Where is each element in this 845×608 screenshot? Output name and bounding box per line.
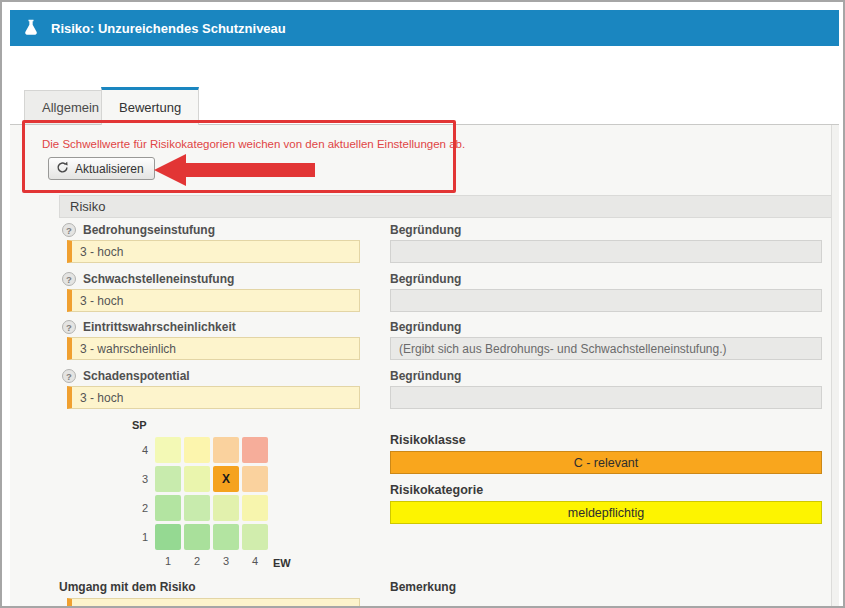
- field-label-text: Schwachstelleneinstufung: [83, 272, 234, 286]
- field-label-text: Eintrittswahrscheinlichkeit: [83, 320, 236, 334]
- matrix-col-label: 1: [155, 555, 181, 567]
- field-value: 3 - hoch: [80, 391, 123, 405]
- risk-category-label: Risikokategorie: [390, 483, 483, 497]
- vertical-scrollbar[interactable]: [831, 125, 839, 608]
- help-icon[interactable]: ?: [62, 272, 76, 286]
- matrix-cell-sp1-ew1[interactable]: [155, 524, 181, 550]
- matrix-col-label: 3: [213, 555, 239, 567]
- risk-class-value: C - relevant: [574, 456, 639, 470]
- risk-matrix-grid: X: [155, 437, 268, 550]
- reason-label: Begründung: [390, 272, 461, 286]
- bedrohungseinstufung-field[interactable]: 3 - hoch: [67, 240, 360, 263]
- treatment-select[interactable]: [67, 598, 360, 608]
- risk-category-bar: meldepflichtig: [390, 501, 822, 524]
- eintrittswahrscheinlichkeit-reason-field[interactable]: (Ergibt sich aus Bedrohungs- und Schwach…: [390, 337, 822, 360]
- section-title: Risiko: [70, 199, 105, 214]
- treatment-note-label: Bemerkung: [390, 580, 456, 594]
- window-title: Risiko: Unzureichendes Schutzniveau: [51, 21, 286, 36]
- matrix-row-label: 3: [128, 466, 148, 492]
- matrix-cell-sp1-ew4[interactable]: [242, 524, 268, 550]
- field-label-eintrittswahrscheinlichkeit: ? Eintrittswahrscheinlichkeit: [62, 320, 236, 334]
- field-value: 3 - hoch: [80, 245, 123, 259]
- matrix-cell-sp2-ew2[interactable]: [184, 495, 210, 521]
- field-label-text: Bedrohungseinstufung: [83, 223, 215, 237]
- matrix-row-label: 4: [128, 437, 148, 463]
- matrix-cell-sp3-ew3[interactable]: X: [213, 466, 239, 492]
- help-icon[interactable]: ?: [62, 320, 76, 334]
- section-header-risiko: Risiko: [59, 195, 836, 218]
- schwachstelleneinstufung-reason-field[interactable]: [390, 289, 822, 312]
- field-label-bedrohungseinstufung: ? Bedrohungseinstufung: [62, 223, 215, 237]
- app-logo-icon: [20, 17, 42, 39]
- matrix-cell-sp4-ew2[interactable]: [184, 437, 210, 463]
- treatment-label: Umgang mit dem Risiko: [59, 580, 196, 594]
- matrix-x-axis-label: EW: [273, 557, 291, 569]
- reason-value: (Ergibt sich aus Bedrohungs- und Schwach…: [399, 342, 727, 356]
- matrix-cell-sp3-ew2[interactable]: [184, 466, 210, 492]
- eintrittswahrscheinlichkeit-field[interactable]: 3 - wahrscheinlich: [67, 337, 360, 360]
- matrix-cell-sp2-ew3[interactable]: [213, 495, 239, 521]
- risk-class-label: Risikoklasse: [390, 433, 466, 447]
- matrix-cell-sp1-ew3[interactable]: [213, 524, 239, 550]
- help-icon[interactable]: ?: [62, 223, 76, 237]
- matrix-cell-sp4-ew3[interactable]: [213, 437, 239, 463]
- schadenspotential-reason-field[interactable]: [390, 386, 822, 409]
- matrix-row-label: 2: [128, 495, 148, 521]
- reason-label: Begründung: [390, 223, 461, 237]
- reason-label: Begründung: [390, 369, 461, 383]
- schadenspotential-field[interactable]: 3 - hoch: [67, 386, 360, 409]
- risk-class-bar: C - relevant: [390, 451, 822, 474]
- risk-dialog-window: Risiko: Unzureichendes Schutzniveau Allg…: [0, 0, 845, 608]
- matrix-col-label: 2: [184, 555, 210, 567]
- bedrohungseinstufung-reason-field[interactable]: [390, 240, 822, 263]
- matrix-cell-sp4-ew4[interactable]: [242, 437, 268, 463]
- refresh-button-label: Aktualisieren: [75, 162, 144, 176]
- field-label-schwachstelleneinstufung: ? Schwachstelleneinstufung: [62, 272, 234, 286]
- field-value: 3 - wahrscheinlich: [80, 342, 176, 356]
- matrix-cell-sp1-ew2[interactable]: [184, 524, 210, 550]
- matrix-cell-sp3-ew1[interactable]: [155, 466, 181, 492]
- reason-label: Begründung: [390, 320, 461, 334]
- refresh-icon: [56, 161, 69, 177]
- matrix-row-labels: 4321: [128, 437, 148, 550]
- matrix-col-labels: 1234: [155, 555, 268, 567]
- risk-category-value: meldepflichtig: [568, 506, 644, 520]
- matrix-cell-sp2-ew4[interactable]: [242, 495, 268, 521]
- help-icon[interactable]: ?: [62, 369, 76, 383]
- field-value: 3 - hoch: [80, 294, 123, 308]
- content-panel: Die Schwellwerte für Risikokategorien we…: [10, 124, 839, 608]
- matrix-col-label: 4: [242, 555, 268, 567]
- matrix-cell-sp3-ew4[interactable]: [242, 466, 268, 492]
- schwachstelleneinstufung-field[interactable]: 3 - hoch: [67, 289, 360, 312]
- tab-bewertung[interactable]: Bewertung: [101, 87, 199, 125]
- matrix-row-label: 1: [128, 524, 148, 550]
- refresh-button[interactable]: Aktualisieren: [48, 157, 155, 180]
- titlebar: Risiko: Unzureichendes Schutzniveau: [10, 10, 839, 46]
- field-label-schadenspotential: ? Schadenspotential: [62, 369, 190, 383]
- matrix-cell-sp2-ew1[interactable]: [155, 495, 181, 521]
- warning-message: Die Schwellwerte für Risikokategorien we…: [42, 138, 465, 150]
- matrix-cell-sp4-ew1[interactable]: [155, 437, 181, 463]
- matrix-y-axis-label: SP: [132, 419, 147, 431]
- field-label-text: Schadenspotential: [83, 369, 190, 383]
